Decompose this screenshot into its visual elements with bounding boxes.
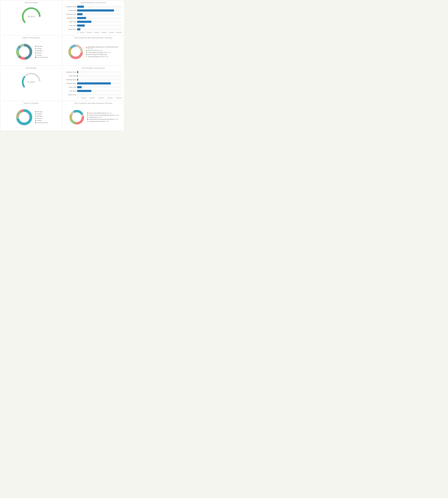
table-row: Northeast China <box>64 17 122 19</box>
pay-legend-color-60 <box>35 118 36 119</box>
pay5-legend-label-sichuan: Sichuan PetroChina Technology Developmen… <box>89 115 119 116</box>
bar-fill <box>77 75 78 77</box>
paxis-20m: 20000000 <box>107 97 113 99</box>
legend-label-harbin: Harbin Taoli Food Co., Ltd <box>88 50 102 51</box>
list-item: 180 days <box>35 46 48 47</box>
pay-bar-label-northeast: Northeast China <box>64 83 77 84</box>
pay-bar-label-central: Central China <box>64 94 77 96</box>
top5-payables-content: Gansu Lanchu Materials Electric Co., Ltd… <box>64 105 123 129</box>
list-item: 90 days <box>35 120 48 121</box>
axis-30m: 30000000 <box>116 32 122 33</box>
table-row: Northwest China <box>64 78 122 81</box>
legend-label-30: 30 days <box>37 48 42 49</box>
list-item: Less than 30 days <box>35 57 48 58</box>
pay-bar-label-east: East China <box>64 90 77 92</box>
total-receivables-donut-container: 59.92% <box>2 4 61 29</box>
receivables-branch-more[interactable]: ··· <box>121 1 123 4</box>
pattern-payables-more[interactable]: ··· <box>59 102 61 104</box>
pattern-payables-legend: 180 days 30 days 360 days 60 days 90 day… <box>35 111 48 123</box>
payables-bar-area: Southwest China South China Northwest Ch… <box>64 70 123 99</box>
total-receivables-panel: Total Receivables ··· 59.92% <box>0 0 62 35</box>
pay-legend-label-360: 360 days <box>37 115 43 117</box>
bar-track <box>77 6 122 8</box>
bar-track <box>77 86 122 88</box>
bar-label-south: South China <box>64 10 77 11</box>
legend-label-zhan: Zhanwang (Hangzhou) Food Co., Ltd <box>88 56 108 57</box>
bar-track <box>77 75 122 77</box>
list-item: 30 days <box>35 48 48 49</box>
top5-receivables-more[interactable]: ··· <box>121 37 123 39</box>
table-row: South China <box>64 74 122 77</box>
pattern-receivables-more[interactable]: ··· <box>59 37 61 39</box>
bar-label-central: Central China <box>64 29 77 30</box>
bar-fill <box>77 21 91 23</box>
pay-bar-label-northwest: Northwest China <box>64 79 77 80</box>
payables-branch-panel: Total Payables of Each Branch ··· Southw… <box>62 66 124 101</box>
bar-track <box>77 24 122 27</box>
bar-fill <box>77 6 84 8</box>
receivables-bars: Southwest China South China Northwest Ch… <box>64 5 122 31</box>
bar-track <box>77 17 122 19</box>
top5-receivables-title: Top 5 Customers with Aging Equaling to 1… <box>64 37 123 39</box>
legend-label-lt30: Less than 30 days <box>37 57 48 58</box>
pattern-payables-title: Pattern of Payables <box>2 102 61 104</box>
axis-10m: 10000000 <box>86 32 92 33</box>
legend-color-60 <box>35 52 36 53</box>
pay-legend-color-lt30 <box>35 122 36 123</box>
list-item: 60 days <box>35 117 48 119</box>
dashboard: Total Receivables ··· 59.92% Total Recei… <box>0 0 124 131</box>
legend-label-180: 180 days <box>37 46 43 47</box>
pay5-legend-label-gansu: Gansu Lanchu Materials Electric Co., Ltd <box>89 113 111 114</box>
total-payables-donut: 31.66% <box>20 71 42 93</box>
legend-color-zhan <box>86 56 87 57</box>
bar-fill <box>77 17 86 19</box>
pay-legend-color-180 <box>35 111 36 112</box>
legend-label-90: 90 days <box>37 54 42 56</box>
legend-color-qin <box>86 47 87 48</box>
bar-track <box>77 71 122 73</box>
top5-payables-more[interactable]: ··· <box>121 102 123 104</box>
receivables-bar-area: Southwest China South China Northwest Ch… <box>64 4 123 34</box>
pay-legend-color-360 <box>35 116 36 117</box>
pattern-payables-panel: Pattern of Payables ··· <box>0 101 62 131</box>
legend-color-30 <box>35 48 36 49</box>
list-item: Gansu Lanchu Materials Electric Co., Ltd <box>87 113 119 114</box>
bar-label-east: East China <box>64 25 77 26</box>
pattern-receivables-svg <box>15 42 34 62</box>
pay-bar-label-south: South China <box>64 75 77 77</box>
payables-branch-more[interactable]: ··· <box>121 67 123 69</box>
legend-label-360: 360 days <box>37 50 43 51</box>
list-item: 180 days <box>35 111 48 113</box>
top5-payables-legend: Gansu Lanchu Materials Electric Co., Ltd… <box>87 113 119 122</box>
bar-label-southwest: Southwest China <box>64 6 77 7</box>
payables-bars: Southwest China South China Northwest Ch… <box>64 70 122 96</box>
legend-label-hualong: Hualong Riqing (Chengdu) Food Co., Ltd <box>88 52 110 53</box>
bar-fill <box>77 79 78 81</box>
table-row: Northeast China <box>64 82 122 85</box>
list-item: Xinjiang Wanchuan Zhongcheng Technology … <box>87 119 119 120</box>
bar-track <box>77 21 122 23</box>
bar-fill <box>77 9 114 12</box>
legend-color-90 <box>35 54 36 56</box>
total-payables-panel: Total Payables ··· 31.66% <box>0 66 62 101</box>
bar-track <box>77 79 122 81</box>
bar-track <box>77 13 122 15</box>
top5-receivables-panel: Top 5 Customers with Aging Equaling to 1… <box>62 35 124 66</box>
legend-color-harbin <box>86 50 87 51</box>
receivables-branch-title: Total Receivables of Each Branch <box>64 2 123 3</box>
bar-fill <box>77 13 82 15</box>
table-row: East China <box>64 24 122 27</box>
svg-point-25 <box>19 112 29 122</box>
bar-track <box>77 94 122 96</box>
list-item: Sichuan PetroChina Technology Developmen… <box>87 115 119 116</box>
axis-0: 0 <box>77 32 78 33</box>
svg-point-9 <box>19 47 29 57</box>
total-receivables-more[interactable]: ··· <box>59 1 61 4</box>
bar-track <box>77 28 122 30</box>
legend-color-180 <box>35 46 36 47</box>
bar-label-northeast: Northeast China <box>64 17 77 19</box>
list-item: 60 days <box>35 52 48 54</box>
table-row: Northwest China <box>64 13 122 16</box>
total-payables-more[interactable]: ··· <box>59 67 61 69</box>
receivables-branch-panel: Total Receivables of Each Branch ··· Sou… <box>62 0 124 35</box>
